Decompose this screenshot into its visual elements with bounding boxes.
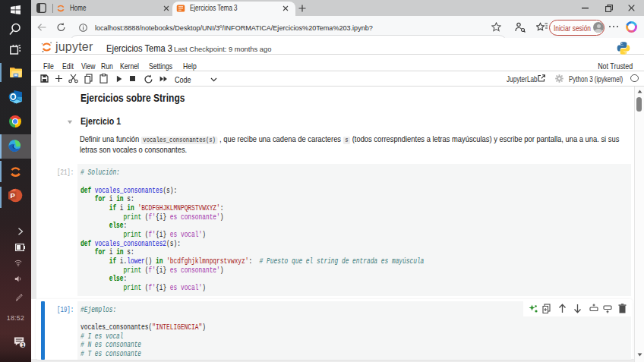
svg-text:1: 1 — [21, 342, 24, 348]
svg-text:P: P — [11, 191, 16, 200]
